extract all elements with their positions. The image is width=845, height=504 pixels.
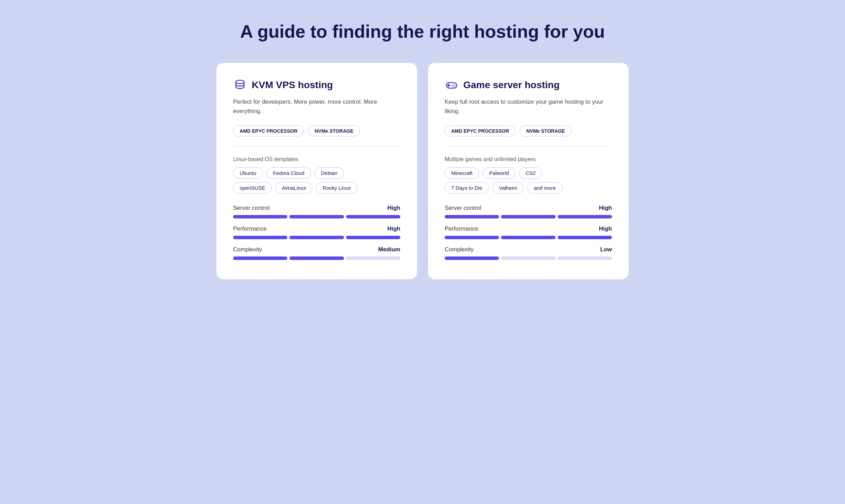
metric-value: Low	[600, 246, 612, 253]
metric-row: Complexity Medium	[233, 246, 400, 260]
progress-segment	[346, 256, 400, 260]
card-description: Perfect for developers. More power, more…	[233, 97, 400, 116]
metrics-section: Server control High Performance High Com…	[445, 205, 612, 260]
progress-segment	[558, 215, 612, 218]
svg-point-5	[455, 85, 456, 86]
progress-segment	[558, 236, 612, 239]
svg-point-0	[236, 80, 244, 84]
progress-segment	[445, 236, 499, 239]
metric-value: High	[599, 205, 612, 212]
progress-bar	[233, 215, 400, 218]
progress-segment	[501, 215, 555, 218]
card-game-server: Game server hosting Keep full root acces…	[428, 63, 629, 279]
progress-segment	[233, 256, 287, 260]
metric-row: Server control High	[445, 205, 612, 218]
metric-value: High	[599, 225, 612, 232]
metric-row: Complexity Low	[445, 246, 612, 260]
gamepad-icon	[445, 78, 458, 92]
svg-point-4	[453, 84, 454, 85]
card-kvm-vps: KVM VPS hosting Perfect for developers. …	[216, 63, 417, 279]
os-pill: 7 Days to Die	[445, 182, 489, 194]
metrics-section: Server control High Performance High Com…	[233, 205, 400, 260]
pills-row-2: openSUSEAlmaLinuxRocky Linux	[233, 182, 400, 194]
os-pill: Debian	[314, 167, 344, 179]
progress-bar	[445, 215, 612, 218]
divider	[233, 146, 400, 147]
os-pill: openSUSE	[233, 182, 272, 194]
progress-segment	[558, 256, 612, 260]
progress-bar	[445, 256, 612, 260]
metric-header: Complexity Low	[445, 246, 612, 253]
card-title: KVM VPS hosting	[252, 80, 333, 91]
svg-point-7	[452, 85, 453, 86]
feature-tags: AMD EPYC PROCESSORNVMe STORAGE	[445, 125, 612, 137]
svg-point-6	[453, 86, 454, 87]
feature-tag: AMD EPYC PROCESSOR	[233, 125, 304, 137]
metric-row: Performance High	[445, 225, 612, 239]
progress-segment	[346, 215, 400, 218]
progress-segment	[445, 215, 499, 218]
metric-label: Performance	[445, 225, 478, 232]
os-pill: AlmaLinux	[275, 182, 313, 194]
os-pill: Fedora Cloud	[266, 167, 311, 179]
card-header: Game server hosting	[445, 78, 612, 92]
metric-header: Performance High	[233, 225, 400, 232]
progress-segment	[346, 236, 400, 239]
metric-value: High	[387, 205, 400, 212]
divider	[445, 146, 612, 147]
card-description: Keep full root access to customize your …	[445, 97, 612, 116]
progress-segment	[233, 236, 287, 239]
metric-label: Complexity	[233, 246, 262, 253]
feature-tag: NVMe STORAGE	[308, 125, 360, 137]
metric-row: Performance High	[233, 225, 400, 239]
progress-segment	[233, 215, 287, 218]
progress-bar	[445, 236, 612, 239]
feature-tags: AMD EPYC PROCESSORNVMe STORAGE	[233, 125, 400, 137]
progress-bar	[233, 236, 400, 239]
progress-segment	[445, 256, 499, 260]
metric-label: Server control	[445, 205, 481, 212]
metric-header: Server control High	[233, 205, 400, 212]
feature-tag: AMD EPYC PROCESSOR	[445, 125, 516, 137]
os-pill: CS2	[519, 167, 542, 179]
page-title: A guide to finding the right hosting for…	[7, 21, 838, 42]
card-header: KVM VPS hosting	[233, 78, 400, 92]
progress-segment	[289, 236, 344, 239]
os-pill: Ubuntu	[233, 167, 263, 179]
metric-header: Complexity Medium	[233, 246, 400, 253]
progress-segment	[289, 256, 344, 260]
metric-value: High	[387, 225, 400, 232]
cards-container: KVM VPS hosting Perfect for developers. …	[212, 63, 633, 279]
feature-tag: NVMe STORAGE	[520, 125, 572, 137]
metric-label: Performance	[233, 225, 267, 232]
metric-header: Performance High	[445, 225, 612, 232]
os-pill: Valheim	[492, 182, 524, 194]
section-label: Multiple games and unlimited players	[445, 156, 612, 162]
metric-label: Server control	[233, 205, 270, 212]
database-icon	[233, 78, 247, 92]
metric-row: Server control High	[233, 205, 400, 218]
os-pill: Minecraft	[445, 167, 479, 179]
pills-row-2: 7 Days to DieValheimand more	[445, 182, 612, 194]
progress-segment	[501, 256, 555, 260]
progress-segment	[289, 215, 344, 218]
os-pill: Rocky Linux	[316, 182, 358, 194]
section-label: Linux-based OS templates	[233, 156, 400, 162]
metric-label: Complexity	[445, 246, 474, 253]
pills-row-1: UbuntuFedora CloudDebian	[233, 167, 400, 179]
pills-row-1: MinecraftPalworldCS2	[445, 167, 612, 179]
progress-bar	[233, 256, 400, 260]
metric-header: Server control High	[445, 205, 612, 212]
card-title: Game server hosting	[463, 80, 560, 91]
metric-value: Medium	[378, 246, 400, 253]
os-pill: and more	[527, 182, 562, 194]
progress-segment	[501, 236, 555, 239]
os-pill: Palworld	[483, 167, 516, 179]
